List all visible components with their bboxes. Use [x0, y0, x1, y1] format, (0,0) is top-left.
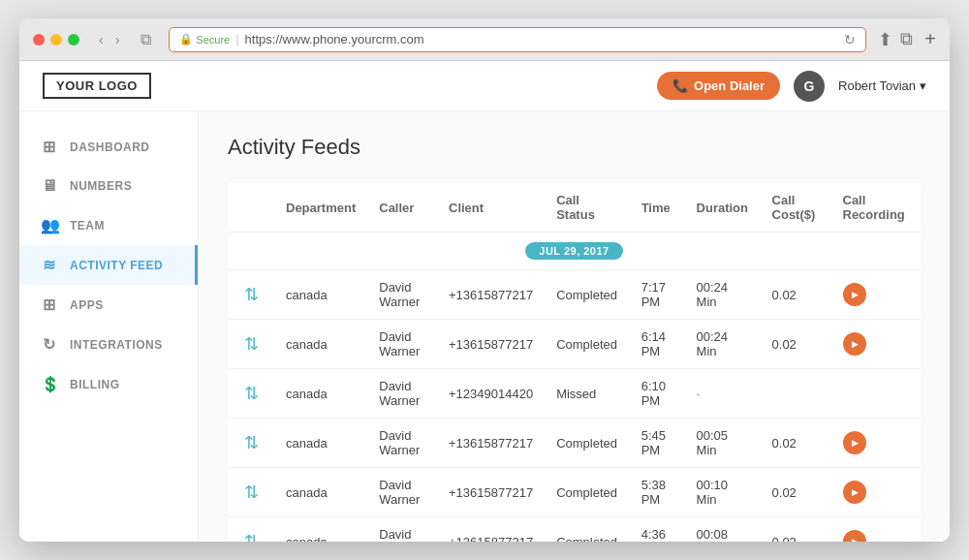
sidebar-item-numbers[interactable]: 🖥 NUMBERS [19, 167, 198, 205]
play-recording-button[interactable] [843, 283, 866, 306]
browser-window: ‹ › ⧉ 🔒 Secure | https://www.phone.yourc… [19, 18, 950, 542]
cost-cell: 0.02 [761, 270, 831, 320]
department-cell: canada [274, 468, 367, 517]
cost-cell: 0.02 [761, 517, 831, 543]
recording-cell [831, 419, 922, 468]
call-type-icon: ⇅ [239, 481, 263, 504]
integrations-icon: ↻ [41, 335, 58, 354]
play-recording-button[interactable] [843, 431, 866, 454]
forward-button[interactable]: › [111, 30, 124, 49]
sidebar-label-apps: APPS [70, 298, 104, 312]
department-cell: canada [274, 270, 367, 320]
address-bar[interactable]: 🔒 Secure | https://www.phone.yourcrm.com… [169, 27, 866, 52]
time-cell: 7:17 PM [630, 270, 685, 320]
status-cell: Completed [545, 517, 630, 543]
call-type-icon: ⇅ [239, 431, 263, 454]
time-cell: 5:38 PM [630, 468, 685, 517]
department-cell: canada [274, 517, 367, 543]
client-cell: +13615877217 [437, 270, 545, 320]
col-header-department [228, 183, 274, 233]
status-cell: Completed [545, 419, 630, 468]
call-type-icon: ⇅ [239, 382, 263, 405]
col-header-cost: Call Cost($) [761, 183, 831, 233]
close-traffic-light[interactable] [33, 34, 45, 46]
sidebar: ⊞ DASHBOARD 🖥 NUMBERS 👥 TEAM ≋ ACTIVITY … [19, 111, 199, 542]
open-dialer-button[interactable]: 📞 Open Dialer [657, 72, 780, 100]
sidebar-item-activity-feed[interactable]: ≋ ACTIVITY FEED [19, 245, 198, 285]
call-icon-cell: ⇅ [228, 468, 274, 517]
status-cell: Completed [545, 320, 630, 369]
table-row: ⇅ canada David Warner +13615877217 Compl… [228, 468, 921, 517]
back-button[interactable]: ‹ [95, 30, 108, 49]
sidebar-item-apps[interactable]: ⊞ APPS [19, 285, 198, 325]
app-body: ⊞ DASHBOARD 🖥 NUMBERS 👥 TEAM ≋ ACTIVITY … [19, 111, 950, 542]
share-button[interactable]: ⬆ [878, 29, 892, 50]
secure-label: Secure [196, 34, 230, 46]
caller-cell: David Warner [367, 369, 437, 419]
minimize-traffic-light[interactable] [50, 34, 62, 46]
lock-icon: 🔒 [179, 33, 193, 46]
avatar: G [794, 71, 825, 102]
play-recording-button[interactable] [843, 481, 866, 504]
tab-switch-button[interactable]: ⧉ [900, 29, 913, 49]
date-badge: JUL 29, 2017 [525, 242, 622, 260]
activity-table: Department Caller Client Call Status Tim… [228, 183, 921, 542]
billing-icon: 💲 [41, 375, 58, 393]
recording-cell [831, 369, 922, 419]
cost-cell: 0.02 [761, 419, 831, 468]
new-tab-button[interactable]: + [924, 28, 936, 50]
tab-view-button[interactable]: ⧉ [135, 29, 157, 50]
maximize-traffic-light[interactable] [68, 34, 79, 46]
col-header-duration: Duration [685, 183, 761, 233]
secure-badge: 🔒 Secure [179, 33, 230, 46]
url-separator: | [235, 32, 238, 47]
department-cell: canada [274, 369, 367, 419]
cost-cell: 0.02 [761, 468, 831, 517]
open-dialer-label: Open Dialer [694, 78, 765, 93]
call-type-icon: ⇅ [239, 530, 263, 542]
sidebar-label-team: TEAM [70, 219, 105, 233]
team-icon: 👥 [41, 216, 58, 234]
app-topbar: YOUR LOGO 📞 Open Dialer G Robert Tovian … [19, 61, 950, 111]
dropdown-icon: ▾ [920, 78, 926, 93]
cost-cell: 0.02 [761, 320, 831, 369]
numbers-icon: 🖥 [41, 177, 58, 195]
activity-feed-icon: ≋ [41, 256, 58, 274]
table-row: ⇅ canada David Warner +13615877217 Compl… [228, 419, 921, 468]
play-recording-button[interactable] [843, 332, 866, 356]
caller-cell: David Warner [367, 517, 437, 543]
call-type-icon: ⇅ [239, 332, 263, 356]
sidebar-item-team[interactable]: 👥 TEAM [19, 205, 198, 245]
topbar-right: 📞 Open Dialer G Robert Tovian ▾ [657, 71, 926, 102]
user-menu[interactable]: Robert Tovian ▾ [838, 78, 926, 93]
url-text: https://www.phone.yourcrm.com [245, 32, 839, 47]
sidebar-item-integrations[interactable]: ↻ INTEGRATIONS [19, 325, 198, 364]
call-icon-cell: ⇅ [228, 369, 274, 419]
call-type-icon: ⇅ [239, 283, 263, 306]
caller-cell: David Warner [367, 320, 437, 369]
sidebar-item-dashboard[interactable]: ⊞ DASHBOARD [19, 127, 198, 167]
status-cell: Missed [545, 369, 630, 419]
reload-button[interactable]: ↻ [844, 32, 856, 47]
sidebar-label-numbers: NUMBERS [70, 179, 132, 193]
cost-cell [761, 369, 831, 419]
apps-icon: ⊞ [41, 296, 58, 314]
nav-arrows: ‹ › [95, 30, 123, 49]
sidebar-item-billing[interactable]: 💲 BILLING [19, 364, 198, 404]
phone-icon: 📞 [672, 78, 688, 93]
app-wrapper: YOUR LOGO 📞 Open Dialer G Robert Tovian … [19, 61, 950, 542]
caller-cell: David Warner [367, 270, 437, 320]
recording-cell [831, 270, 922, 320]
col-header-caller: Caller [367, 183, 437, 233]
client-cell: +13615877217 [437, 320, 545, 369]
recording-cell [831, 320, 922, 369]
recording-cell [831, 517, 922, 543]
col-header-client: Client [437, 183, 545, 233]
time-cell: 6:14 PM [630, 320, 685, 369]
play-recording-button[interactable] [843, 530, 866, 542]
browser-titlebar: ‹ › ⧉ 🔒 Secure | https://www.phone.yourc… [19, 18, 950, 61]
table-row: ⇅ canada David Warner +13615877217 Compl… [228, 270, 921, 320]
dashboard-icon: ⊞ [41, 138, 58, 156]
sidebar-label-integrations: INTEGRATIONS [70, 338, 163, 352]
table-row: ⇅ canada David Warner +13615877217 Compl… [228, 320, 921, 369]
